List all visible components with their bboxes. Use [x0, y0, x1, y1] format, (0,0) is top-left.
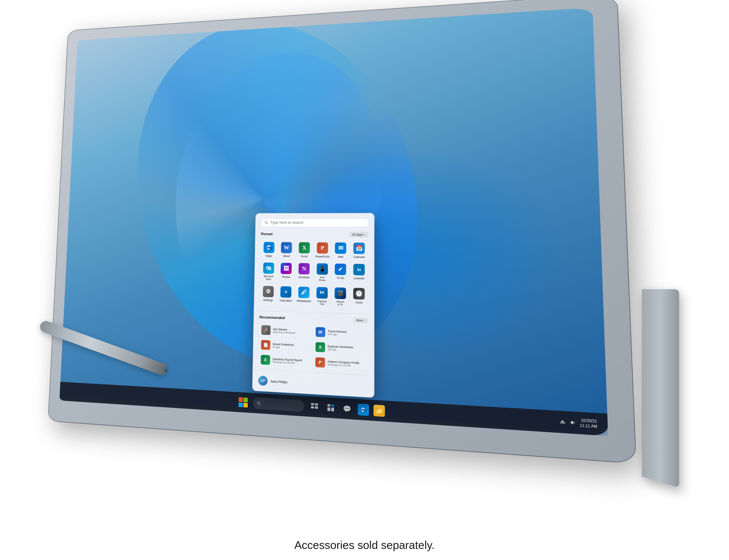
rec-payroll[interactable]: X Quarterly Payroll Report Yesterday at … [258, 353, 311, 369]
word-label: Word [283, 254, 290, 258]
movies-icon: 🎬 [335, 287, 346, 299]
powerpoint-label: PowerPoint [315, 255, 330, 258]
taskbar-explorer[interactable]: 📁 [373, 405, 385, 417]
linkedin-icon: in [353, 264, 365, 276]
start-menu: Pinned All apps › Edge [252, 213, 374, 398]
svg-rect-11 [327, 407, 330, 411]
pinned-apps-grid: Edge W Word X Excel [260, 240, 368, 309]
search-input[interactable] [270, 220, 365, 225]
app-todo[interactable]: ✔ To Do [332, 262, 349, 284]
section-divider [260, 311, 368, 314]
rec-get-started-sub: Welcome to Windows [273, 331, 295, 334]
start-button[interactable] [237, 396, 249, 409]
rec-expense-info: Expense Worksheet 12h ago [328, 344, 353, 352]
settings-icon: ⚙ [263, 286, 274, 297]
rec-get-started[interactable]: 🚀 Get Started Welcome to Windows [259, 323, 312, 338]
app-movies[interactable]: 🎬 Movies& TV [332, 286, 349, 308]
store-label: MicrosoftStore [264, 275, 273, 281]
app-excel[interactable]: X Excel [296, 240, 313, 260]
all-apps-button[interactable]: All apps › [349, 232, 368, 237]
todo-icon: ✔ [335, 264, 346, 275]
rec-brand[interactable]: 📄 Brand Guidelines 2h ago [259, 338, 312, 353]
rec-get-started-info: Get Started Welcome to Windows [273, 327, 296, 334]
taskbar-edge[interactable] [358, 404, 369, 416]
snipping-label: SnippingTool [317, 300, 327, 306]
app-snipping[interactable]: ✂ SnippingTool [313, 285, 331, 308]
taskbar-search[interactable] [253, 397, 304, 412]
mail-icon: ✉ [335, 242, 346, 254]
app-store[interactable]: 🛍 MicrosoftStore [260, 261, 277, 283]
todo-label: To Do [337, 276, 344, 280]
svg-rect-10 [331, 404, 334, 407]
clock-label: Clock [355, 301, 363, 304]
widgets-icon [327, 403, 335, 412]
photos-icon: 🖼 [281, 263, 292, 274]
caption-text: Accessories sold separately. [0, 539, 729, 551]
app-clock[interactable]: 🕐 Clock [350, 286, 368, 309]
rec-expense[interactable]: X Expense Worksheet 12h ago [313, 340, 368, 356]
pinned-header: Pinned All apps › [261, 231, 368, 237]
rec-payroll-icon: X [261, 355, 270, 365]
app-linkedin[interactable]: in LinkedIn [350, 262, 368, 284]
svg-point-14 [562, 423, 563, 424]
task-view-button[interactable] [308, 400, 320, 413]
recommended-header: Recommended More › [259, 314, 368, 323]
app-yourphone[interactable]: 📱 YourPhone [314, 262, 331, 284]
explorer-icon: 📁 [375, 407, 383, 415]
photos-label: Photos [282, 275, 291, 279]
pinned-label: Pinned [261, 232, 273, 236]
snipping-icon: ✂ [316, 287, 328, 298]
kickstand [642, 289, 679, 488]
device-screen: Pinned All apps › Edge [59, 7, 608, 436]
app-photos[interactable]: 🖼 Photos [278, 261, 295, 283]
system-clock: 10/20/21 11:11 AM [579, 418, 597, 429]
chevron-right-icon: › [364, 233, 365, 236]
widgets-button[interactable] [325, 401, 337, 414]
calculator-icon: = [281, 286, 292, 298]
network-icon [559, 418, 566, 426]
app-word[interactable]: W Word [278, 240, 295, 260]
tablet-body: Pinned All apps › Edge [48, 0, 636, 463]
settings-label: Settings [263, 298, 273, 302]
task-view-icon [310, 402, 318, 411]
tablet-device: Pinned All apps › Edge [32, 6, 654, 499]
svg-rect-8 [315, 406, 318, 409]
onenote-label: OneNote [299, 276, 310, 279]
search-bar[interactable] [261, 219, 368, 227]
rec-get-started-icon: 🚀 [261, 325, 271, 335]
calculator-label: Calculator [280, 299, 292, 302]
tray-time: 11:11 AM [580, 423, 597, 429]
svg-line-1 [267, 223, 268, 224]
volume-icon [569, 419, 577, 426]
user-avatar: SP [258, 376, 268, 386]
rec-travel-icon: W [315, 327, 325, 337]
chevron-right-icon-2: › [364, 319, 365, 322]
calendar-icon: 📅 [353, 243, 365, 254]
app-whiteboard[interactable]: 🖊 Whiteboard [295, 285, 312, 307]
app-settings[interactable]: ⚙ Settings [260, 284, 277, 306]
app-calculator[interactable]: = Calculator [277, 284, 295, 307]
rec-adatum[interactable]: P Adatum Company Profile Yesterday at 1:… [313, 355, 368, 371]
app-calendar[interactable]: 📅 Calendar [350, 241, 368, 261]
chat-button[interactable]: 💬 [341, 402, 353, 415]
onenote-icon: N [299, 263, 310, 274]
user-row[interactable]: SP Sara Philips [258, 373, 368, 392]
rec-adatum-info: Adatum Company Profile Yesterday at 1:15… [327, 360, 359, 367]
store-icon: 🛍 [263, 263, 274, 274]
windows-logo [238, 397, 248, 408]
svg-rect-6 [315, 403, 318, 406]
edge-label: Edge [266, 254, 272, 258]
svg-point-0 [265, 221, 267, 223]
all-apps-label: All apps [352, 233, 363, 236]
chat-icon: 💬 [343, 404, 351, 413]
app-edge[interactable]: Edge [261, 240, 278, 259]
more-button[interactable]: More › [354, 317, 368, 323]
rec-travel-sub: 17m ago [328, 333, 347, 336]
svg-rect-7 [311, 406, 314, 408]
recommended-label: Recommended [259, 315, 285, 320]
rec-travel[interactable]: W Travel Itinerary 17m ago [313, 325, 368, 341]
app-onenote[interactable]: N OneNote [296, 261, 313, 283]
app-mail[interactable]: ✉ Mail [332, 241, 349, 260]
svg-rect-5 [311, 403, 314, 405]
app-powerpoint[interactable]: P PowerPoint [314, 241, 331, 260]
